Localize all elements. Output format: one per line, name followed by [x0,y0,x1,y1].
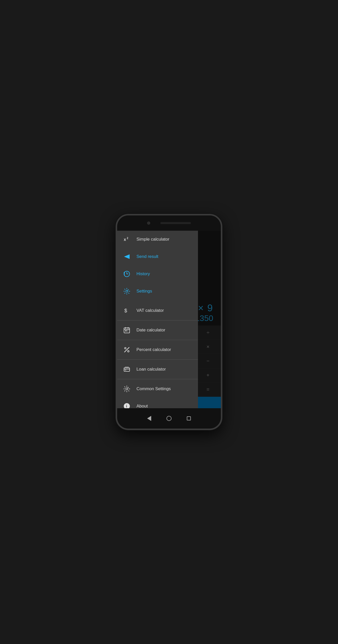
svg-rect-10 [125,330,127,331]
about-icon: i [122,402,131,408]
divider-3 [117,340,198,340]
common-settings-icon [122,384,131,393]
svg-point-4 [126,290,128,292]
percent-icon [122,345,131,354]
svg-rect-15 [124,368,130,371]
svg-point-14 [128,350,129,352]
screen: 150 × 9 1350 ► MR ÷ × [117,231,221,408]
menu-item-history[interactable]: History [117,265,198,283]
svg-line-12 [125,347,129,352]
nav-recents-button[interactable] [187,416,191,420]
x2-icon: x 2 [122,235,131,244]
speaker-bar [160,222,191,224]
divider-2 [117,320,198,320]
send-icon [122,252,131,261]
svg-text:x: x [124,237,126,242]
menu-item-simple-calculator[interactable]: x 2 Simple calculator [117,231,198,248]
phone-frame: 150 × 9 1350 ► MR ÷ × [116,214,222,430]
back-arrow-icon [147,416,151,421]
nav-back-button[interactable] [147,416,151,421]
svg-text:$: $ [124,308,127,313]
menu-label-settings: Settings [136,289,152,294]
menu-item-about[interactable]: i About [117,398,198,408]
menu-item-send-result[interactable]: Send result [117,248,198,265]
menu-item-vat-calculator[interactable]: $ VAT calculator [117,302,198,319]
menu-label-history: History [136,271,150,276]
svg-marker-2 [124,254,130,259]
divider-4 [117,359,198,360]
drawer-top-section: x 2 Simple calculator Send result [117,231,198,300]
menu-label-date-calculator: Date calculator [136,328,165,333]
phone-top-bar [117,215,221,231]
menu-label-simple-calculator: Simple calculator [136,237,169,242]
svg-point-13 [125,347,126,349]
svg-rect-6 [124,328,130,333]
menu-label-send-result: Send result [136,254,158,259]
recents-square-icon [187,416,191,420]
divider-5 [117,379,198,379]
svg-text:2: 2 [127,237,128,240]
menu-item-percent-calculator[interactable]: Percent calculator [117,341,198,358]
menu-label-about: About [136,404,148,408]
menu-label-vat-calculator: VAT calculator [136,308,164,313]
vat-icon: $ [122,306,131,315]
menu-label-loan-calculator: Loan calculator [136,367,166,372]
nav-home-button[interactable] [166,416,172,421]
drawer-bottom-section: $ VAT calculator [117,302,198,408]
menu-label-percent-calculator: Percent calculator [136,347,171,352]
navigation-drawer: x 2 Simple calculator Send result [117,231,198,408]
menu-item-settings[interactable]: Settings [117,283,198,300]
phone-notch [147,222,191,225]
settings-icon [122,287,131,296]
menu-item-date-calculator[interactable]: Date calculator [117,321,198,339]
date-icon [122,326,131,335]
history-icon [122,269,131,279]
home-circle-icon [166,416,172,421]
menu-label-common-settings: Common Settings [136,386,171,391]
phone-bottom-bar [117,408,221,429]
svg-rect-11 [127,330,128,331]
svg-point-19 [126,388,128,390]
menu-item-loan-calculator[interactable]: Loan calculator [117,361,198,378]
svg-text:i: i [126,404,127,408]
menu-item-common-settings[interactable]: Common Settings [117,380,198,398]
camera-dot [147,222,150,225]
loan-icon [122,365,131,374]
